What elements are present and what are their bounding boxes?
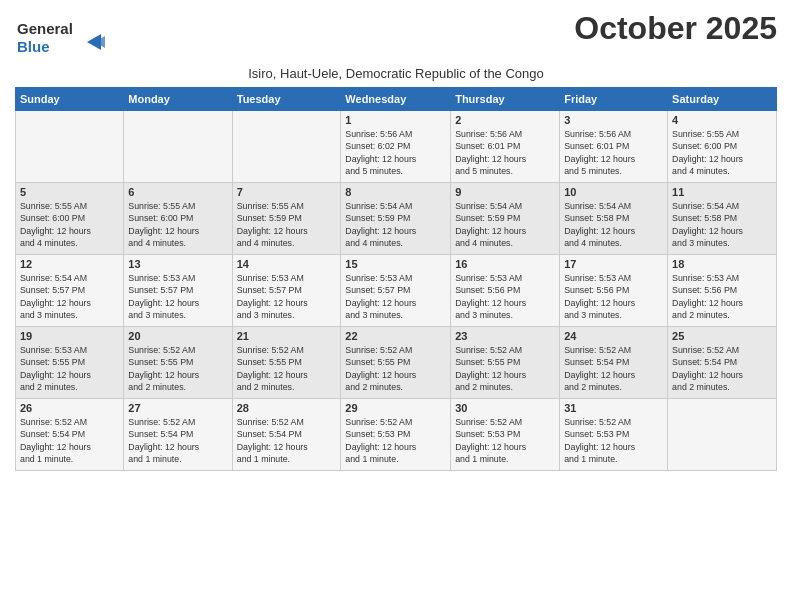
header: General Blue October 2025 [15, 10, 777, 62]
day-info: Sunrise: 5:56 AM Sunset: 6:01 PM Dayligh… [564, 128, 663, 177]
day-info: Sunrise: 5:55 AM Sunset: 5:59 PM Dayligh… [237, 200, 337, 249]
cell-w2-d5: 17Sunrise: 5:53 AM Sunset: 5:56 PM Dayli… [560, 255, 668, 327]
cell-w0-d2 [232, 111, 341, 183]
day-info: Sunrise: 5:52 AM Sunset: 5:54 PM Dayligh… [128, 416, 227, 465]
day-info: Sunrise: 5:52 AM Sunset: 5:53 PM Dayligh… [564, 416, 663, 465]
day-info: Sunrise: 5:54 AM Sunset: 5:59 PM Dayligh… [455, 200, 555, 249]
day-info: Sunrise: 5:52 AM Sunset: 5:55 PM Dayligh… [237, 344, 337, 393]
cell-w1-d2: 7Sunrise: 5:55 AM Sunset: 5:59 PM Daylig… [232, 183, 341, 255]
cell-w3-d4: 23Sunrise: 5:52 AM Sunset: 5:55 PM Dayli… [451, 327, 560, 399]
day-number: 1 [345, 114, 446, 126]
cell-w4-d2: 28Sunrise: 5:52 AM Sunset: 5:54 PM Dayli… [232, 399, 341, 471]
cell-w3-d2: 21Sunrise: 5:52 AM Sunset: 5:55 PM Dayli… [232, 327, 341, 399]
header-wednesday: Wednesday [341, 88, 451, 111]
svg-text:Blue: Blue [17, 38, 50, 55]
cell-w4-d4: 30Sunrise: 5:52 AM Sunset: 5:53 PM Dayli… [451, 399, 560, 471]
day-number: 31 [564, 402, 663, 414]
cell-w2-d2: 14Sunrise: 5:53 AM Sunset: 5:57 PM Dayli… [232, 255, 341, 327]
cell-w0-d0 [16, 111, 124, 183]
day-info: Sunrise: 5:53 AM Sunset: 5:55 PM Dayligh… [20, 344, 119, 393]
subtitle: Isiro, Haut-Uele, Democratic Republic of… [15, 66, 777, 81]
day-number: 5 [20, 186, 119, 198]
header-sunday: Sunday [16, 88, 124, 111]
cell-w2-d3: 15Sunrise: 5:53 AM Sunset: 5:57 PM Dayli… [341, 255, 451, 327]
day-info: Sunrise: 5:52 AM Sunset: 5:53 PM Dayligh… [455, 416, 555, 465]
day-number: 6 [128, 186, 227, 198]
day-number: 20 [128, 330, 227, 342]
day-info: Sunrise: 5:56 AM Sunset: 6:02 PM Dayligh… [345, 128, 446, 177]
week-row-1: 5Sunrise: 5:55 AM Sunset: 6:00 PM Daylig… [16, 183, 777, 255]
day-number: 16 [455, 258, 555, 270]
day-number: 2 [455, 114, 555, 126]
day-info: Sunrise: 5:55 AM Sunset: 6:00 PM Dayligh… [20, 200, 119, 249]
cell-w2-d0: 12Sunrise: 5:54 AM Sunset: 5:57 PM Dayli… [16, 255, 124, 327]
day-info: Sunrise: 5:54 AM Sunset: 5:58 PM Dayligh… [672, 200, 772, 249]
header-friday: Friday [560, 88, 668, 111]
day-number: 23 [455, 330, 555, 342]
day-info: Sunrise: 5:53 AM Sunset: 5:57 PM Dayligh… [237, 272, 337, 321]
day-info: Sunrise: 5:54 AM Sunset: 5:58 PM Dayligh… [564, 200, 663, 249]
day-number: 26 [20, 402, 119, 414]
cell-w1-d4: 9Sunrise: 5:54 AM Sunset: 5:59 PM Daylig… [451, 183, 560, 255]
day-info: Sunrise: 5:55 AM Sunset: 6:00 PM Dayligh… [672, 128, 772, 177]
cell-w4-d5: 31Sunrise: 5:52 AM Sunset: 5:53 PM Dayli… [560, 399, 668, 471]
cell-w0-d4: 2Sunrise: 5:56 AM Sunset: 6:01 PM Daylig… [451, 111, 560, 183]
day-info: Sunrise: 5:52 AM Sunset: 5:54 PM Dayligh… [20, 416, 119, 465]
week-row-3: 19Sunrise: 5:53 AM Sunset: 5:55 PM Dayli… [16, 327, 777, 399]
day-info: Sunrise: 5:53 AM Sunset: 5:56 PM Dayligh… [564, 272, 663, 321]
day-info: Sunrise: 5:53 AM Sunset: 5:56 PM Dayligh… [672, 272, 772, 321]
day-info: Sunrise: 5:53 AM Sunset: 5:56 PM Dayligh… [455, 272, 555, 321]
cell-w0-d1 [124, 111, 232, 183]
day-number: 4 [672, 114, 772, 126]
cell-w4-d3: 29Sunrise: 5:52 AM Sunset: 5:53 PM Dayli… [341, 399, 451, 471]
header-thursday: Thursday [451, 88, 560, 111]
month-title: October 2025 [574, 10, 777, 47]
day-info: Sunrise: 5:53 AM Sunset: 5:57 PM Dayligh… [128, 272, 227, 321]
cell-w3-d1: 20Sunrise: 5:52 AM Sunset: 5:55 PM Dayli… [124, 327, 232, 399]
cell-w0-d6: 4Sunrise: 5:55 AM Sunset: 6:00 PM Daylig… [668, 111, 777, 183]
day-info: Sunrise: 5:52 AM Sunset: 5:55 PM Dayligh… [455, 344, 555, 393]
day-number: 11 [672, 186, 772, 198]
day-info: Sunrise: 5:52 AM Sunset: 5:54 PM Dayligh… [564, 344, 663, 393]
calendar-table: Sunday Monday Tuesday Wednesday Thursday… [15, 87, 777, 471]
cell-w3-d6: 25Sunrise: 5:52 AM Sunset: 5:54 PM Dayli… [668, 327, 777, 399]
cell-w2-d6: 18Sunrise: 5:53 AM Sunset: 5:56 PM Dayli… [668, 255, 777, 327]
cell-w4-d1: 27Sunrise: 5:52 AM Sunset: 5:54 PM Dayli… [124, 399, 232, 471]
day-info: Sunrise: 5:55 AM Sunset: 6:00 PM Dayligh… [128, 200, 227, 249]
day-info: Sunrise: 5:52 AM Sunset: 5:55 PM Dayligh… [128, 344, 227, 393]
cell-w1-d5: 10Sunrise: 5:54 AM Sunset: 5:58 PM Dayli… [560, 183, 668, 255]
day-number: 14 [237, 258, 337, 270]
cell-w3-d5: 24Sunrise: 5:52 AM Sunset: 5:54 PM Dayli… [560, 327, 668, 399]
day-number: 30 [455, 402, 555, 414]
cell-w0-d3: 1Sunrise: 5:56 AM Sunset: 6:02 PM Daylig… [341, 111, 451, 183]
day-info: Sunrise: 5:52 AM Sunset: 5:55 PM Dayligh… [345, 344, 446, 393]
day-info: Sunrise: 5:54 AM Sunset: 5:57 PM Dayligh… [20, 272, 119, 321]
day-number: 8 [345, 186, 446, 198]
cell-w2-d4: 16Sunrise: 5:53 AM Sunset: 5:56 PM Dayli… [451, 255, 560, 327]
logo-text: General Blue [15, 14, 115, 62]
day-info: Sunrise: 5:54 AM Sunset: 5:59 PM Dayligh… [345, 200, 446, 249]
svg-text:General: General [17, 20, 73, 37]
header-tuesday: Tuesday [232, 88, 341, 111]
cell-w3-d3: 22Sunrise: 5:52 AM Sunset: 5:55 PM Dayli… [341, 327, 451, 399]
cell-w1-d0: 5Sunrise: 5:55 AM Sunset: 6:00 PM Daylig… [16, 183, 124, 255]
day-number: 22 [345, 330, 446, 342]
logo: General Blue [15, 14, 115, 62]
day-number: 21 [237, 330, 337, 342]
day-number: 7 [237, 186, 337, 198]
cell-w4-d6 [668, 399, 777, 471]
cell-w1-d3: 8Sunrise: 5:54 AM Sunset: 5:59 PM Daylig… [341, 183, 451, 255]
day-info: Sunrise: 5:52 AM Sunset: 5:54 PM Dayligh… [237, 416, 337, 465]
day-info: Sunrise: 5:52 AM Sunset: 5:53 PM Dayligh… [345, 416, 446, 465]
day-number: 17 [564, 258, 663, 270]
cell-w2-d1: 13Sunrise: 5:53 AM Sunset: 5:57 PM Dayli… [124, 255, 232, 327]
day-number: 18 [672, 258, 772, 270]
day-number: 24 [564, 330, 663, 342]
day-number: 3 [564, 114, 663, 126]
day-number: 13 [128, 258, 227, 270]
cell-w3-d0: 19Sunrise: 5:53 AM Sunset: 5:55 PM Dayli… [16, 327, 124, 399]
day-number: 19 [20, 330, 119, 342]
week-row-2: 12Sunrise: 5:54 AM Sunset: 5:57 PM Dayli… [16, 255, 777, 327]
cell-w4-d0: 26Sunrise: 5:52 AM Sunset: 5:54 PM Dayli… [16, 399, 124, 471]
day-number: 27 [128, 402, 227, 414]
